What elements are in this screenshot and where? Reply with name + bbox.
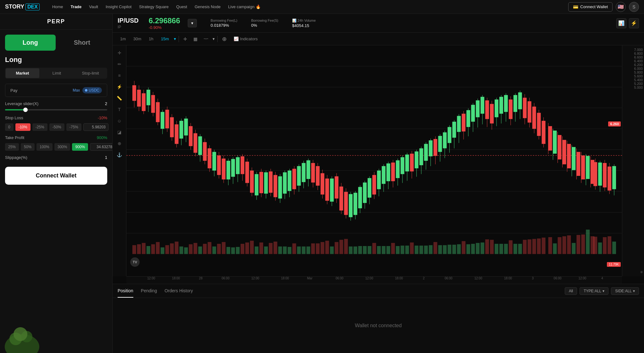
tp-btn-300[interactable]: 300% (54, 143, 70, 151)
market-order-tab[interactable]: Market (6, 68, 39, 78)
svg-rect-38 (180, 121, 183, 138)
nav-quest[interactable]: Quest (176, 4, 187, 9)
nav-live-campaign[interactable]: Live campaign 🔥 (228, 4, 260, 9)
sl-btn-75[interactable]: -75% (66, 123, 81, 131)
svg-rect-322 (598, 243, 602, 254)
y-7000: 7.000 (624, 48, 643, 52)
zoom-icon[interactable]: ⊕ (115, 139, 124, 148)
svg-rect-204 (572, 147, 575, 170)
line-chart-tool[interactable]: 〰 (202, 36, 210, 42)
chart-type-chevron[interactable]: ▾ (213, 36, 215, 41)
svg-rect-277 (386, 246, 390, 254)
time-15m[interactable]: 15m (158, 36, 171, 42)
svg-rect-305 (518, 244, 522, 254)
long-tab[interactable]: Long (5, 35, 56, 51)
max-button[interactable]: Max (73, 88, 80, 92)
time-30m[interactable]: 30m (131, 36, 144, 42)
borrow-fee-short-value: 0% (251, 23, 278, 28)
ticker-dropdown[interactable]: ▾ (188, 19, 197, 27)
slider-track[interactable] (5, 109, 107, 110)
settings-button[interactable]: ⚡ (629, 18, 639, 28)
main-layout: PERP Long Short Long Market Limit Stop-l… (0, 14, 644, 353)
perp-header: PERP (0, 14, 112, 30)
svg-rect-260 (307, 246, 310, 254)
connect-wallet-nav-button[interactable]: 💳 Connect Wallet (568, 2, 613, 12)
svg-rect-222 (612, 166, 616, 189)
zoom-icon-y[interactable]: ⊕ (624, 270, 643, 274)
leverage-slider-container[interactable] (0, 107, 112, 114)
indicators-button[interactable]: 📈 Indicators (234, 36, 258, 41)
stop-loss-input[interactable] (83, 123, 108, 131)
text-icon[interactable]: T (115, 105, 124, 114)
pencil-icon[interactable]: ✏ (115, 60, 124, 69)
orders-history-tab[interactable]: Orders History (164, 284, 193, 298)
svg-rect-307 (528, 239, 531, 254)
tp-btn-900[interactable]: 900% (72, 143, 88, 151)
nav-vault[interactable]: Vault (89, 4, 98, 9)
crosshair-icon[interactable]: ✛ (115, 48, 124, 57)
position-tab[interactable]: Position (118, 284, 133, 298)
timeframe-chevron[interactable]: ▾ (174, 36, 176, 41)
svg-rect-310 (542, 238, 546, 254)
sl-btn-50[interactable]: -50% (49, 123, 64, 131)
navigation: STORY DEX Home Trade Vault Insight Copil… (0, 0, 644, 14)
svg-rect-240 (212, 246, 216, 254)
nav-trade[interactable]: Trade (71, 4, 82, 9)
tp-btn-100[interactable]: 100% (36, 143, 53, 151)
avatar-button[interactable]: S (629, 2, 639, 12)
connect-wallet-main-button[interactable]: Connect Wallet (5, 167, 107, 185)
lines-icon[interactable]: ≡ (115, 71, 124, 80)
svg-rect-302 (504, 244, 508, 254)
svg-rect-166 (480, 97, 484, 114)
svg-rect-239 (208, 242, 211, 254)
svg-rect-206 (576, 152, 580, 176)
sl-btn-0[interactable]: 0 (5, 123, 14, 131)
stop-loss-row: Stop Loss -10% (0, 114, 112, 122)
volume-stat: 📊 24h Volume $4054.15 (292, 19, 316, 28)
svg-rect-32 (165, 110, 169, 128)
svg-rect-160 (466, 110, 470, 127)
volume-value: $4054.15 (292, 23, 316, 28)
svg-rect-236 (193, 243, 197, 254)
limit-order-tab[interactable]: Limit (40, 68, 74, 79)
slider-thumb[interactable] (23, 108, 28, 112)
magnet-icon[interactable]: ⚡ (115, 82, 124, 91)
svg-rect-238 (203, 244, 207, 254)
measure-icon[interactable]: ◪ (115, 128, 124, 137)
filter-side-select[interactable]: SIDE:ALL ▾ (611, 287, 639, 295)
short-tab[interactable]: Short (57, 35, 108, 51)
svg-rect-54 (217, 155, 221, 175)
time-1m[interactable]: 1m (118, 36, 128, 42)
filter-type-select[interactable]: TYPE:ALL ▾ (580, 287, 608, 295)
sl-btn-10[interactable]: -10% (15, 123, 31, 131)
time-1h[interactable]: 1h (146, 36, 156, 42)
tp-btn-50[interactable]: 50% (21, 143, 35, 151)
tp-btn-25[interactable]: 25% (5, 143, 19, 151)
chart-type-button[interactable]: 📊 (616, 18, 626, 28)
add-tool[interactable]: ⊕ (220, 35, 229, 43)
nav-genesis-node[interactable]: Genesis Node (195, 4, 220, 9)
svg-rect-162 (471, 105, 475, 122)
svg-rect-72 (259, 172, 263, 193)
ruler-icon[interactable]: 📏 (115, 94, 124, 103)
sl-btn-25[interactable]: -25% (32, 123, 47, 131)
crosshair-tool[interactable]: ✛ (181, 36, 189, 42)
nav-strategy-square[interactable]: Strategy Square (139, 4, 169, 9)
svg-rect-184 (523, 98, 527, 118)
nav-insight-copilot[interactable]: Insight Copilot (106, 4, 131, 9)
svg-rect-70 (255, 174, 258, 195)
bar-tool[interactable]: ▦ (192, 36, 199, 42)
take-profit-input[interactable] (90, 143, 115, 151)
flag-button[interactable]: 🇺🇸 (616, 2, 626, 12)
nav-home[interactable]: Home (52, 4, 63, 9)
anchor-icon[interactable]: ⚓ (115, 150, 124, 159)
stop-limit-order-tab[interactable]: Stop-limit (74, 68, 107, 79)
pending-tab[interactable]: Pending (141, 284, 157, 298)
svg-rect-96 (316, 166, 319, 186)
svg-rect-180 (514, 95, 517, 112)
y-5800: 5.800 (624, 70, 643, 74)
emoji-icon[interactable]: ☺ (115, 116, 124, 125)
svg-rect-156 (457, 116, 461, 132)
svg-rect-22 (142, 93, 146, 111)
filter-all-button[interactable]: All (565, 287, 577, 295)
